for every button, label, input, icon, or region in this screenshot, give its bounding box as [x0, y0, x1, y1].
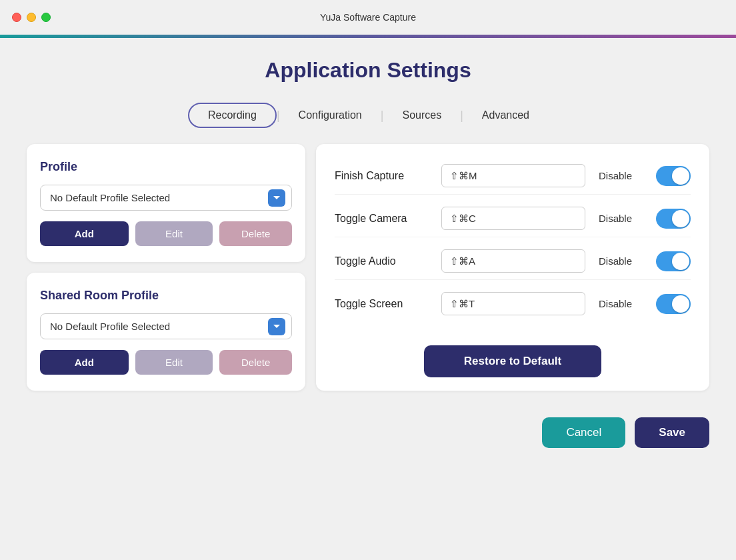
toggle-toggle-screen[interactable] — [656, 294, 691, 314]
right-panel: Finish Capture Disable Toggle Camera Dis… — [316, 144, 709, 391]
shared-room-profile-section: Shared Room Profile No Default Profile S… — [27, 273, 305, 391]
traffic-lights — [12, 13, 51, 22]
profile-heading: Profile — [40, 160, 292, 174]
shortcut-row-toggle-camera: Toggle Camera Disable — [335, 200, 691, 237]
main-content: Application Settings Recording | Configu… — [0, 38, 736, 404]
disable-label-finish-capture: Disable — [599, 170, 645, 181]
profile-delete-button[interactable]: Delete — [219, 221, 292, 246]
shared-room-profile-heading: Shared Room Profile — [40, 289, 292, 303]
disable-label-toggle-screen: Disable — [599, 298, 645, 309]
shortcut-label-toggle-camera: Toggle Camera — [335, 213, 441, 225]
toggle-toggle-camera[interactable] — [656, 209, 691, 229]
restore-btn-row: Restore to Default — [335, 345, 691, 377]
cancel-button[interactable]: Cancel — [542, 417, 625, 448]
restore-to-default-button[interactable]: Restore to Default — [424, 345, 601, 377]
toggle-finish-capture[interactable] — [656, 166, 691, 186]
tab-configuration[interactable]: Configuration — [280, 104, 381, 127]
profile-edit-button[interactable]: Edit — [135, 221, 213, 246]
profile-section: Profile No Default Profile Selected Add … — [27, 144, 305, 262]
shortcut-key-toggle-screen[interactable] — [441, 292, 585, 315]
shortcut-row-toggle-screen: Toggle Screen Disable — [335, 285, 691, 322]
shortcut-key-toggle-camera[interactable] — [441, 207, 585, 230]
profile-add-button[interactable]: Add — [40, 221, 129, 246]
footer: Cancel Save — [0, 404, 736, 461]
tab-sources[interactable]: Sources — [383, 104, 460, 127]
shortcut-label-toggle-screen: Toggle Screen — [335, 298, 441, 310]
profile-select[interactable]: No Default Profile Selected — [40, 185, 292, 211]
save-button[interactable]: Save — [635, 417, 709, 448]
toggle-slider-toggle-audio — [656, 251, 691, 271]
window-title: YuJa Software Capture — [320, 12, 416, 23]
toggle-slider-toggle-camera — [656, 209, 691, 229]
shortcuts-list: Finish Capture Disable Toggle Camera Dis… — [335, 157, 691, 322]
panels: Profile No Default Profile Selected Add … — [27, 144, 709, 391]
shortcut-key-toggle-audio[interactable] — [441, 249, 585, 273]
shared-room-select-wrapper: No Default Profile Selected — [40, 313, 292, 339]
toggle-slider-toggle-screen — [656, 294, 691, 314]
shared-room-profile-select[interactable]: No Default Profile Selected — [40, 313, 292, 339]
maximize-button[interactable] — [41, 13, 51, 22]
shared-room-edit-button[interactable]: Edit — [135, 350, 213, 375]
tab-recording[interactable]: Recording — [188, 103, 277, 128]
profile-select-wrapper: No Default Profile Selected — [40, 185, 292, 211]
tabs-bar: Recording | Configuration | Sources | Ad… — [27, 103, 709, 128]
shared-room-add-button[interactable]: Add — [40, 350, 129, 375]
shortcut-row-toggle-audio: Toggle Audio Disable — [335, 243, 691, 280]
page-title: Application Settings — [27, 58, 709, 83]
tab-advanced[interactable]: Advanced — [463, 104, 548, 127]
shortcut-key-finish-capture[interactable] — [441, 164, 585, 187]
close-button[interactable] — [12, 13, 21, 22]
disable-label-toggle-camera: Disable — [599, 213, 645, 224]
left-panel: Profile No Default Profile Selected Add … — [27, 144, 305, 391]
shared-room-delete-button[interactable]: Delete — [219, 350, 292, 375]
shortcut-row-finish-capture: Finish Capture Disable — [335, 157, 691, 195]
shortcut-label-finish-capture: Finish Capture — [335, 170, 441, 182]
title-bar: YuJa Software Capture — [0, 0, 736, 35]
toggle-toggle-audio[interactable] — [656, 251, 691, 271]
minimize-button[interactable] — [27, 13, 36, 22]
toggle-slider-finish-capture — [656, 166, 691, 186]
shared-room-profile-buttons: Add Edit Delete — [40, 350, 292, 375]
profile-buttons: Add Edit Delete — [40, 221, 292, 246]
disable-label-toggle-audio: Disable — [599, 255, 645, 267]
shortcut-label-toggle-audio: Toggle Audio — [335, 255, 441, 267]
